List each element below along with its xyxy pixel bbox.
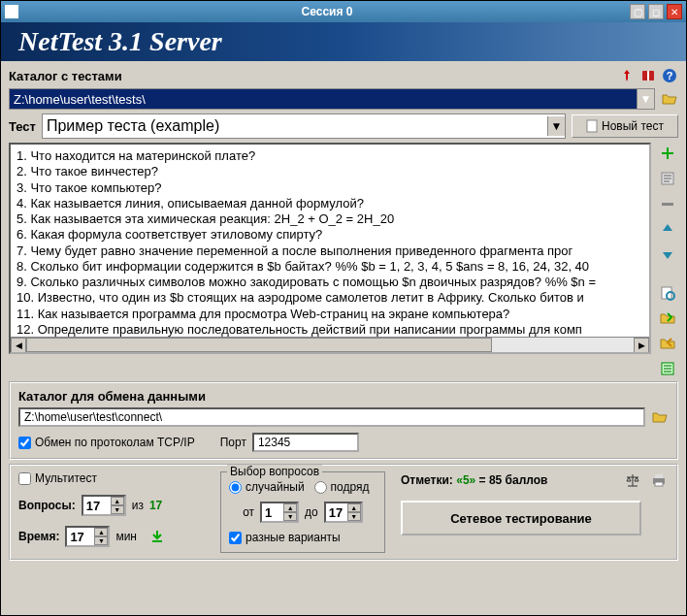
svg-rect-12 [655, 474, 663, 478]
question-item[interactable]: 9. Сколько различных символов можно зако… [16, 275, 643, 290]
edit-icon[interactable] [659, 170, 676, 187]
spin-up-icon[interactable]: ▲ [111, 497, 124, 505]
question-item[interactable]: 7. Чему будет равно значение переменной … [16, 243, 643, 259]
marks-threshold: «5» [456, 473, 475, 487]
question-item[interactable]: 10. Известно, что один из $b стоящих на … [16, 290, 643, 306]
exchange-path-input[interactable] [18, 407, 645, 427]
questions-of-label: из [132, 499, 144, 512]
port-label: Порт [220, 436, 246, 449]
remove-icon[interactable] [659, 195, 676, 212]
help-icon[interactable]: ? [661, 67, 678, 84]
question-item[interactable]: 5. Как называется эта химическая реакция… [16, 211, 643, 227]
scales-icon[interactable] [624, 471, 641, 489]
from-spinner[interactable]: ▲▼ [260, 502, 299, 523]
folder-open-icon[interactable] [651, 408, 669, 426]
question-item[interactable]: 2. Что такое винчестер? [16, 164, 643, 179]
spin-up-icon[interactable]: ▲ [94, 528, 108, 536]
to-label: до [305, 505, 318, 519]
multitest-checkbox[interactable] [18, 472, 31, 485]
sequential-label: подряд [331, 480, 370, 494]
test-label: Тест [9, 119, 36, 134]
app-icon [5, 5, 18, 18]
question-item[interactable]: 11. Как называется программа для просмот… [16, 307, 643, 322]
app-title: NetTest 3.1 Server [18, 26, 222, 57]
questions-total: 17 [149, 499, 162, 512]
start-test-button[interactable]: Сетевое тестирование [401, 501, 641, 535]
add-icon[interactable] [659, 145, 676, 162]
questions-listbox[interactable]: 1. Что находится на материнской плате?2.… [9, 143, 651, 354]
multitest-label: Мультитест [35, 471, 97, 485]
import-icon[interactable] [659, 335, 676, 352]
question-item[interactable]: 1. Что находится на материнской плате? [16, 148, 643, 164]
svg-rect-1 [647, 71, 649, 81]
horizontal-scrollbar[interactable]: ◀ ▶ [11, 337, 649, 352]
svg-rect-4 [587, 120, 597, 132]
list-icon[interactable] [659, 360, 676, 377]
questions-count-spinner[interactable]: ▲▼ [82, 495, 126, 516]
exchange-label: Каталог для обмена данными [18, 389, 669, 404]
svg-rect-10 [152, 540, 162, 542]
new-test-button[interactable]: Новый тест [572, 114, 678, 138]
time-unit-label: мин [115, 530, 137, 543]
test-selected-text: Пример теста (example) [43, 117, 547, 135]
pin-icon[interactable] [618, 67, 636, 84]
questions-count-label: Вопросы: [18, 499, 76, 512]
random-radio[interactable] [229, 481, 242, 494]
from-label: от [243, 505, 254, 519]
port-input[interactable] [252, 433, 359, 452]
variants-checkbox[interactable] [229, 532, 242, 544]
dropdown-icon[interactable]: ▼ [637, 89, 654, 109]
variants-label: разные варианты [245, 531, 341, 544]
printer-icon[interactable] [650, 471, 668, 489]
catalog-label: Каталог с тестами [9, 69, 122, 83]
question-item[interactable]: 4. Как называется линия, описываемая дан… [16, 196, 643, 211]
marks-label: Отметки: [401, 473, 453, 487]
export-icon[interactable] [659, 309, 676, 327]
question-item[interactable]: 8. Сколько бит информации содержится в $… [16, 259, 643, 275]
time-spinner[interactable]: ▲▼ [65, 526, 110, 547]
move-down-icon[interactable] [659, 245, 676, 263]
selection-legend: Выбор вопросов [227, 465, 322, 478]
spin-down-icon[interactable]: ▼ [111, 505, 124, 514]
new-file-icon [586, 119, 598, 133]
minimize-button[interactable]: ▢ [630, 4, 645, 19]
test-select-combo[interactable]: Пример теста (example) ▼ [42, 113, 566, 139]
svg-rect-6 [662, 203, 673, 206]
move-up-icon[interactable] [659, 220, 676, 238]
scroll-thumb[interactable] [26, 338, 492, 352]
svg-text:?: ? [667, 70, 673, 81]
to-spinner[interactable]: ▲▼ [324, 502, 363, 523]
help-book-icon[interactable] [639, 67, 657, 84]
titlebar: Сессия 0 ▢ ◻ ✕ [1, 1, 686, 22]
app-banner: NetTest 3.1 Server [1, 22, 686, 61]
preview-icon[interactable] [659, 284, 676, 302]
window-title: Сессия 0 [24, 5, 630, 18]
catalog-path-text: Z:\home\user\test\tests\ [10, 92, 637, 107]
close-button[interactable]: ✕ [667, 4, 682, 19]
dropdown-icon[interactable]: ▼ [547, 116, 565, 136]
question-item[interactable]: 14. Определите, где тут растения, а где … [16, 353, 643, 354]
download-icon[interactable] [148, 528, 166, 545]
sequential-radio[interactable] [314, 481, 327, 494]
question-item[interactable]: 12. Определите правильную последовательн… [16, 322, 643, 338]
tcp-checkbox[interactable] [18, 437, 31, 449]
scroll-left-icon[interactable]: ◀ [11, 338, 26, 353]
marks-equals: = 85 баллов [479, 473, 548, 487]
random-label: случайный [245, 480, 305, 494]
catalog-path-combo[interactable]: Z:\home\user\test\tests\ ▼ [9, 88, 655, 110]
scroll-right-icon[interactable]: ▶ [634, 338, 649, 353]
folder-open-icon[interactable] [661, 90, 678, 108]
question-item[interactable]: 3. Что такое компьютер? [16, 180, 643, 196]
spin-down-icon[interactable]: ▼ [94, 536, 108, 545]
time-label: Время: [18, 530, 59, 543]
svg-rect-13 [655, 482, 663, 486]
maximize-button[interactable]: ◻ [648, 4, 664, 19]
tcp-label: Обмен по протоколам TCP/IP [35, 436, 195, 449]
question-item[interactable]: 6. Какая формула соответствует этиловому… [16, 227, 643, 243]
